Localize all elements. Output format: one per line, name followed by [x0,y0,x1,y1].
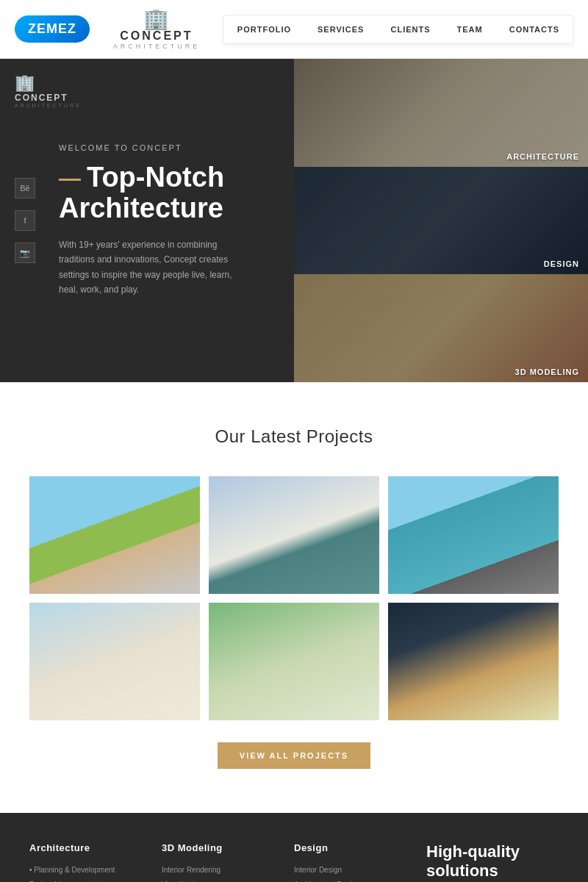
side-logo-name: CONCEPT [15,93,68,103]
project-card-5[interactable] [209,603,379,720]
projects-grid [29,476,559,720]
project-image-5 [209,603,379,720]
nav-portfolio[interactable]: PORTFOLIO [224,16,304,43]
footer-li-planning: Planning & Development [29,865,140,875]
footer-li-interior-rendering: Interior Rendering [162,865,272,875]
footer-col-architecture: Architecture Planning & Development Proj… [29,842,140,882]
footer-design-title: Design [294,842,404,853]
hero-right: ARCHITECTURE DESIGN 3D MODELING [294,59,588,382]
nav-contacts[interactable]: CONTACTS [496,16,573,43]
footer-col-3dmodeling: 3D Modeling Interior Rendering Visualiza… [162,842,272,882]
behance-icon[interactable]: Bē [15,178,35,198]
footer-3dmodeling-list: Interior Rendering Visualization VR Arch… [162,865,272,882]
project-card-2[interactable] [209,476,379,594]
logo-sub: ARCHITECTURE [113,43,201,50]
project-image-2 [209,476,379,594]
footer-highlight-title: High-quality solutions [426,842,559,881]
hero-tile-3dmodeling[interactable]: 3D MODELING [294,274,588,382]
hero-accent-line [59,179,81,181]
tile-label-3dmodeling: 3D MODELING [515,368,579,376]
project-image-1 [29,476,200,594]
logo-name: CONCEPT [120,29,193,43]
top-bar: ZEMEZ 🏢 CONCEPT ARCHITECTURE PORTFOLIO S… [0,0,588,59]
footer-architecture-list: Planning & Development Project Managemen… [29,865,140,882]
tile-overlay-arch [294,59,588,167]
footer: Architecture Planning & Development Proj… [0,813,588,882]
side-logo-sub: ARCHITECTURE [15,103,82,108]
facebook-icon[interactable]: f [15,210,35,231]
hero-tile-architecture[interactable]: ARCHITECTURE [294,59,588,167]
projects-section: Our Latest Projects VIEW ALL PROJECTS [0,382,588,813]
footer-design-list: Interior Design Architectural Design Tec… [294,865,404,882]
footer-highlight: High-quality solutions We are committed … [426,842,559,882]
project-card-4[interactable] [29,603,200,720]
zemez-logo[interactable]: ZEMEZ [15,15,90,43]
footer-col-design: Design Interior Design Architectural Des… [294,842,404,882]
project-card-6[interactable] [388,603,559,720]
footer-3dmodeling-title: 3D Modeling [162,842,272,853]
nav-services[interactable]: SERVICES [304,16,377,43]
logo-building-icon: 🏢 [143,9,169,29]
project-image-3 [388,476,559,594]
nav-clients[interactable]: CLIENTS [377,16,443,43]
project-card-1[interactable] [29,476,200,594]
footer-architecture-title: Architecture [29,842,140,853]
hero-section: 🏢 CONCEPT ARCHITECTURE Bē f 📷 WELCOME TO… [0,59,588,382]
project-image-4 [29,603,200,720]
hero-title: Top-Notch Architecture [59,162,265,224]
projects-section-title: Our Latest Projects [29,426,559,447]
main-nav: PORTFOLIO SERVICES CLIENTS TEAM CONTACTS [223,15,573,43]
view-all-projects-button[interactable]: VIEW ALL PROJECTS [218,742,370,769]
center-logo: 🏢 CONCEPT ARCHITECTURE [113,9,201,50]
project-image-6 [388,603,559,720]
project-card-3[interactable] [388,476,559,594]
tile-label-design: DESIGN [544,259,579,268]
hero-description: With 19+ years' experience in combining … [59,237,235,298]
hero-left: 🏢 CONCEPT ARCHITECTURE Bē f 📷 WELCOME TO… [0,59,294,382]
tile-overlay-3d [294,274,588,382]
side-logo-icon: 🏢 [15,74,35,93]
hero-tile-design[interactable]: DESIGN [294,167,588,275]
side-logo: 🏢 CONCEPT ARCHITECTURE [15,74,82,108]
nav-team[interactable]: TEAM [444,16,496,43]
footer-li-interior-design: Interior Design [294,865,404,875]
tile-overlay-design [294,167,588,275]
hero-welcome-text: WELCOME TO CONCEPT [59,143,265,152]
social-sidebar: Bē f 📷 [15,178,35,263]
instagram-icon[interactable]: 📷 [15,243,35,263]
tile-label-architecture: ARCHITECTURE [506,152,579,161]
